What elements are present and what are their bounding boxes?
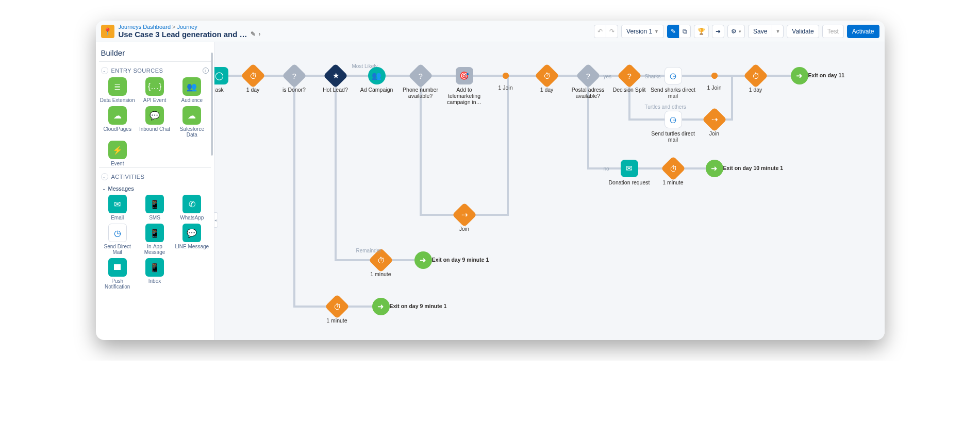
canvas-node-sharks[interactable]: ◷Send sharks direct mail: [650, 67, 696, 99]
canvas-node-d1[interactable]: ?is Donor?: [271, 67, 318, 93]
activate-button[interactable]: Activate: [847, 25, 879, 38]
palette-push-notification[interactable]: ⯀Push Notification: [100, 258, 135, 290]
canvas-node-turtles[interactable]: ◷Send turtles direct mail: [650, 111, 696, 143]
palette-send-direct-mail[interactable]: ◷Send Direct Mail: [100, 224, 135, 255]
chevron-right-icon: ›: [259, 31, 261, 38]
canvas-node-wm3[interactable]: ⏱1 minute: [314, 298, 360, 324]
canvas-node-j2[interactable]: 1 Join: [691, 67, 738, 91]
canvas-node-dsplit[interactable]: ?Decision SplitSharksTurtles and others: [606, 67, 653, 93]
sidebar: Builder ⌄ ENTRY SOURCES i ≣Data Extensio…: [96, 42, 214, 340]
map-button[interactable]: ✎: [667, 25, 679, 38]
palette-api-event[interactable]: {…}API Event: [137, 77, 172, 103]
chevron-down-icon: ⌄: [101, 173, 108, 180]
version-dropdown[interactable]: Version 1▼: [621, 25, 664, 38]
save-button[interactable]: Save: [748, 25, 772, 38]
canvas-node-exit10[interactable]: ➜Exit on day 10 minute 1: [691, 160, 738, 179]
palette-event[interactable]: ⚡Event: [100, 141, 135, 166]
canvas-node-w2[interactable]: ⏱1 day: [524, 67, 570, 93]
info-icon[interactable]: i: [203, 67, 209, 74]
section-activities[interactable]: ⌄ ACTIVITIES: [100, 171, 210, 183]
save-menu-button[interactable]: ▼: [772, 25, 784, 38]
palette-data-extension[interactable]: ≣Data Extension: [100, 77, 135, 103]
canvas-node-postal[interactable]: ?Postal adress available?yesno: [565, 67, 611, 99]
canvas-node-wm2[interactable]: ⏱1 minuteRemainder: [358, 251, 404, 277]
canvas-node-hot[interactable]: ★Hot Lead?Most Likely: [312, 67, 359, 93]
canvas-node-w1[interactable]: ⏱1 day: [230, 67, 276, 93]
app-icon: 📍: [101, 25, 114, 38]
goal-button[interactable]: 🏆: [694, 25, 709, 38]
canvas-node-exit9b[interactable]: ➜Exit on day 9 minute 1: [358, 298, 404, 317]
palette-salesforce-data[interactable]: ☁Salesforce Data: [174, 106, 209, 138]
canvas-node-exit9a[interactable]: ➜Exit on day 9 minute 1: [400, 251, 446, 271]
test-button[interactable]: Test: [822, 25, 844, 38]
palette-audience[interactable]: 👥Audience: [174, 77, 209, 103]
canvas-node-join[interactable]: ⇢Join: [691, 111, 738, 137]
palette-sms[interactable]: 📱SMS: [137, 195, 172, 220]
palette-whatsapp[interactable]: ✆WhatsApp: [174, 195, 209, 220]
canvas-node-tele[interactable]: 🎯Add to telemarketing campaign in…: [441, 67, 488, 105]
canvas-node-w3[interactable]: ⏱1 day: [733, 67, 779, 93]
canvas-node-joinb[interactable]: ⇢Join: [441, 206, 488, 232]
canvas-node-wm1[interactable]: ⏱1 minute: [650, 160, 696, 185]
palette-email[interactable]: ✉Email: [100, 195, 135, 220]
journey-canvas[interactable]: ◂ ◯ask⏱1 day?is Donor?★Hot Lead?Most Lik…: [214, 42, 885, 340]
palette-inbox[interactable]: 📱Inbox: [137, 258, 172, 290]
exit-button[interactable]: ➜: [712, 25, 724, 38]
validate-button[interactable]: Validate: [787, 25, 819, 38]
palette-in-app-message[interactable]: 📱In-App Message: [137, 224, 172, 255]
page-title: Use Case 3 Lead generation and …: [119, 30, 247, 39]
canvas-node-don[interactable]: ✉Donation request: [606, 160, 653, 185]
undo-button[interactable]: ↶: [594, 25, 606, 38]
canvas-node-ad[interactable]: 👥Ad Campaign: [354, 67, 400, 93]
layers-button[interactable]: ⧉: [679, 25, 691, 38]
palette-line-message[interactable]: 💬LINE Message: [174, 224, 209, 255]
canvas-node-exit11[interactable]: ➜Exit on day 11: [776, 67, 823, 87]
chevron-down-icon: ⌄: [101, 67, 108, 74]
settings-button[interactable]: ⚙▾: [727, 25, 745, 38]
canvas-node-j1[interactable]: 1 Join: [483, 67, 529, 91]
edit-title-icon[interactable]: ✎: [251, 31, 256, 38]
palette-inbound-chat[interactable]: 💬Inbound Chat: [137, 106, 172, 138]
sidebar-title: Builder: [101, 48, 209, 57]
section-entry-sources[interactable]: ⌄ ENTRY SOURCES i: [100, 65, 210, 77]
breadcrumb[interactable]: Journeys Dashboard > Journey: [119, 24, 594, 30]
canvas-node-phone[interactable]: ?Phone number available?: [397, 67, 444, 99]
palette-cloudpages[interactable]: ☁CloudPages: [100, 106, 135, 138]
subsection-messages[interactable]: ⌄Messages: [100, 183, 210, 195]
redo-button[interactable]: ↷: [606, 25, 618, 38]
